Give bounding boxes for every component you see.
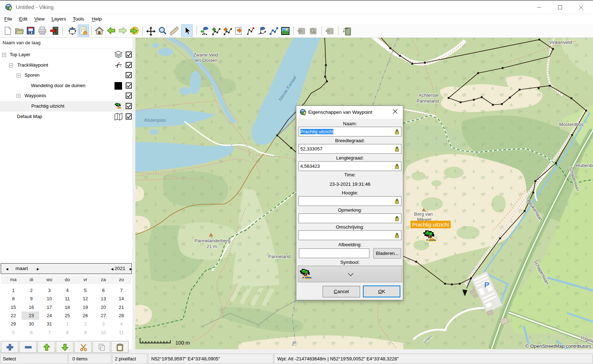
svg-text:Achterste: Achterste bbox=[419, 93, 439, 98]
svg-text:Panneland: Panneland bbox=[268, 254, 291, 259]
svg-text:Prachtig uitzicht: Prachtig uitzicht bbox=[412, 222, 449, 228]
svg-text:Klutenplas: Klutenplas bbox=[144, 117, 166, 123]
svg-text:Berg van: Berg van bbox=[414, 211, 433, 217]
svg-text:© OpenStreetMap contributors: © OpenStreetMap contributors bbox=[525, 343, 592, 349]
svg-text:Vinkenveld: Vinkenveld bbox=[549, 40, 572, 45]
svg-text:ten Oosten: ten Oosten bbox=[194, 58, 217, 63]
svg-text:100 m: 100 m bbox=[175, 340, 190, 346]
svg-text:21 m: 21 m bbox=[207, 244, 217, 249]
svg-text:Mosterdbos: Mosterdbos bbox=[559, 122, 584, 127]
svg-text:Zwarte Veld: Zwarte Veld bbox=[193, 52, 218, 58]
svg-text:Huttenbe: Huttenbe bbox=[576, 163, 593, 168]
svg-text:P: P bbox=[484, 280, 489, 289]
svg-text:Panneland: Panneland bbox=[417, 98, 439, 104]
svg-text:Pannelanderberg: Pannelanderberg bbox=[194, 238, 230, 243]
